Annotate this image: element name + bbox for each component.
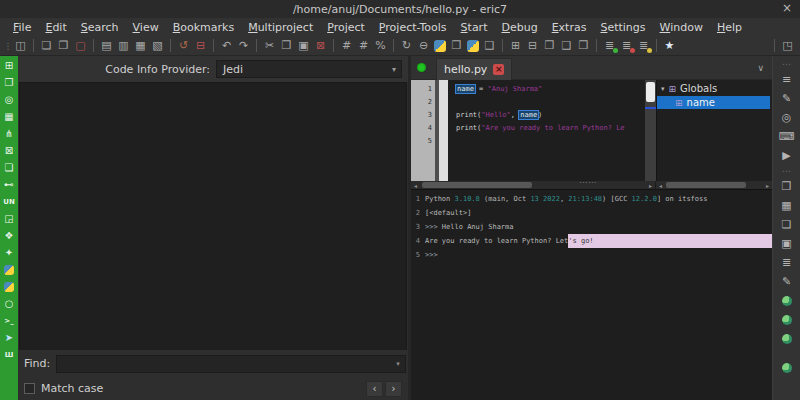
- separator[interactable]: [393, 39, 394, 52]
- menu-item[interactable]: Settings: [593, 20, 652, 35]
- multiproject-viewer-icon[interactable]: ⊞: [0, 57, 18, 74]
- scroll-right-icon[interactable]: ▸: [763, 182, 772, 189]
- tab-hello-py[interactable]: hello.py ×: [436, 58, 512, 80]
- debug-window-icon[interactable]: ❑: [481, 38, 498, 54]
- close-window-icon[interactable]: ×: [782, 1, 792, 15]
- separator[interactable]: [33, 39, 34, 52]
- python-shell[interactable]: 1 Python 3.10.8 (main, Oct 13 2022, 21:1…: [411, 189, 772, 400]
- globe-icon[interactable]: [773, 358, 800, 377]
- find-tools-icon[interactable]: ◎: [773, 108, 800, 127]
- database-remove-icon[interactable]: ≣: [618, 38, 635, 54]
- globals-header[interactable]: ▾ ⊞ Globals: [657, 80, 772, 96]
- scroll-right-icon[interactable]: ▸: [646, 182, 655, 189]
- comment-icon[interactable]: #: [338, 38, 355, 54]
- find-next-button[interactable]: ›: [385, 381, 402, 397]
- menu-item[interactable]: Start: [454, 20, 495, 35]
- window-icon[interactable]: ❒: [575, 38, 592, 54]
- spacer[interactable]: [773, 348, 800, 358]
- edit-tools-icon[interactable]: ✎: [773, 89, 800, 108]
- globe-icon[interactable]: [773, 310, 800, 329]
- python-icon[interactable]: [0, 261, 18, 278]
- play-icon[interactable]: ▶: [773, 146, 800, 165]
- monitor-icon[interactable]: ❒: [773, 177, 800, 196]
- tree-expander-icon[interactable]: ▾: [661, 85, 665, 93]
- circle-icon[interactable]: ○: [0, 295, 18, 312]
- menu-item[interactable]: Multiproject: [241, 20, 320, 35]
- announce-icon[interactable]: ➤: [0, 329, 18, 346]
- project-viewer-icon[interactable]: ❐: [0, 74, 18, 91]
- editor-horizontal-scrollbar[interactable]: ◂ ▸: [411, 181, 656, 189]
- find-icon[interactable]: ◎: [0, 91, 18, 108]
- menu-item[interactable]: Project-Tools: [372, 20, 454, 35]
- window-icon[interactable]: ❑: [558, 38, 575, 54]
- tab-list-chevron-icon[interactable]: ∨: [757, 63, 764, 73]
- code-text[interactable]: name = "Anuj Sharma" print("Hello", name…: [448, 80, 645, 181]
- globe-icon[interactable]: [773, 329, 800, 348]
- find-previous-button[interactable]: ‹: [366, 381, 383, 397]
- window-add-icon[interactable]: ⊞: [507, 38, 524, 54]
- menu-item[interactable]: Search: [74, 20, 126, 35]
- separator[interactable]: [502, 39, 503, 52]
- run-script-python-icon[interactable]: [434, 40, 446, 52]
- separator[interactable]: [333, 39, 334, 52]
- code-editor[interactable]: 12345 name = "Anuj Sharma" print("Hello"…: [411, 80, 645, 181]
- close-file-icon[interactable]: ▢: [72, 38, 89, 54]
- database-icon[interactable]: ≣: [773, 253, 800, 272]
- python2-icon[interactable]: [0, 278, 18, 295]
- separator[interactable]: [170, 39, 171, 52]
- document-plus-icon[interactable]: ❏: [773, 215, 800, 234]
- globe-icon[interactable]: [773, 291, 800, 310]
- cooperation-icon[interactable]: ❖: [0, 227, 18, 244]
- find-input[interactable]: [56, 355, 406, 373]
- external-window-icon[interactable]: ◳: [779, 38, 796, 54]
- new-file-icon[interactable]: ❏: [38, 38, 55, 54]
- scrollbar-thumb[interactable]: [666, 182, 746, 188]
- close-all-icon[interactable]: ⊟: [192, 38, 209, 54]
- bookmark-star-icon[interactable]: ★: [661, 38, 678, 54]
- menu-item[interactable]: Window: [653, 20, 710, 35]
- scroll-left-icon[interactable]: ◂: [411, 182, 420, 189]
- archive-icon[interactable]: ⊠: [0, 142, 18, 159]
- panel-grip[interactable]: ⋯: [773, 58, 800, 70]
- paste-icon[interactable]: ▣: [295, 38, 312, 54]
- revert-icon[interactable]: ↺: [175, 38, 192, 54]
- panel-grip[interactable]: ⋯: [773, 165, 800, 177]
- irc-icon[interactable]: ✦: [0, 244, 18, 261]
- scroll-left-icon[interactable]: ◂: [656, 182, 665, 189]
- debug-script-python-icon[interactable]: [467, 40, 479, 52]
- separator[interactable]: [93, 39, 94, 52]
- window-remove-icon[interactable]: ⊟: [524, 38, 541, 54]
- cut-icon[interactable]: ✂: [261, 38, 278, 54]
- template-viewer-icon[interactable]: ◲: [0, 210, 18, 227]
- scrollbar-thumb[interactable]: [646, 82, 655, 102]
- menu-item[interactable]: File: [6, 20, 38, 35]
- save-as-icon[interactable]: ▥: [115, 38, 132, 54]
- menu-item[interactable]: Help: [710, 20, 749, 35]
- sliders-icon[interactable]: ≡: [773, 70, 800, 89]
- scrollbar-track[interactable]: [665, 182, 763, 188]
- database-add-icon[interactable]: ≣: [601, 38, 618, 54]
- editor-profile-icon[interactable]: ◫: [12, 38, 29, 54]
- menu-item[interactable]: Debug: [494, 20, 544, 35]
- menu-item[interactable]: Project: [320, 20, 372, 35]
- separator[interactable]: [256, 39, 257, 52]
- stop-icon[interactable]: ⊖: [415, 38, 432, 54]
- unittest-icon[interactable]: UN: [0, 193, 18, 210]
- menu-item[interactable]: Extras: [545, 20, 594, 35]
- terminal-icon[interactable]: >_: [0, 312, 18, 329]
- scrollbar-track[interactable]: [420, 182, 646, 188]
- keyboard-icon[interactable]: ⌨: [773, 127, 800, 146]
- code-info-provider-select[interactable]: Jedi ▾: [216, 60, 402, 78]
- menu-item[interactable]: Bookmarks: [166, 20, 241, 35]
- toolbar-grip[interactable]: ⋮: [4, 38, 12, 54]
- image-viewer-icon[interactable]: ▦: [0, 108, 18, 125]
- title-bar[interactable]: /home/anuj/Documents/hello.py - eric7 ×: [0, 0, 800, 18]
- find-dropdown-icon[interactable]: ▾: [392, 356, 404, 372]
- match-case-checkbox[interactable]: [24, 383, 35, 394]
- flex-spacer[interactable]: [678, 38, 770, 54]
- open-file-icon[interactable]: ❐: [55, 38, 72, 54]
- window-icon[interactable]: ❒: [541, 38, 558, 54]
- micropython-icon[interactable]: Ш: [0, 346, 18, 363]
- clipboard-icon[interactable]: ▣: [773, 234, 800, 253]
- delete-icon[interactable]: ⊠: [312, 38, 329, 54]
